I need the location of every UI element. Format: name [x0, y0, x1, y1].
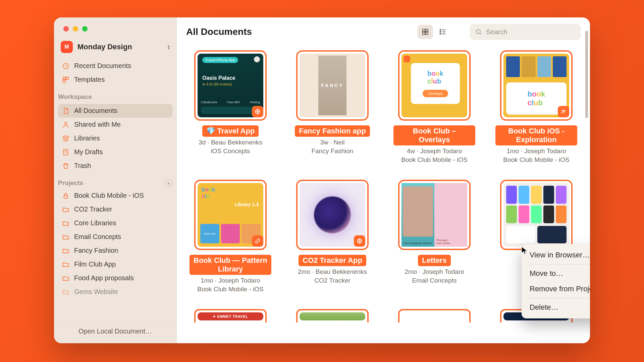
document-thumbnail[interactable] [296, 180, 369, 250]
document-card[interactable]: Travel iPhone App Oasis Palace ★ 4.41 (5… [190, 50, 271, 164]
svg-rect-7 [423, 29, 425, 32]
svg-rect-9 [423, 32, 425, 35]
sidebar-item-libraries[interactable]: Libraries [58, 131, 172, 145]
thumb-version: Library 1.3 [235, 202, 259, 207]
sidebar-item-label: All Documents [74, 107, 117, 115]
document-title: Letters [418, 255, 450, 266]
document-thumbnail[interactable]: Free Diving into Silence PhotograFua Lam… [398, 180, 471, 250]
document-title: CO2 Tracker App [299, 255, 366, 266]
close-icon [254, 56, 260, 62]
window-controls [54, 17, 176, 32]
sidebar-project-food-app[interactable]: Food App proposals [58, 271, 172, 285]
grid-row: bookclub Library 1.3 SEA LIFE Book Club … [190, 180, 577, 293]
grid-row: Travel iPhone App Oasis Palace ★ 4.41 (5… [190, 50, 577, 164]
menu-separator [527, 264, 590, 264]
document-thumbnail[interactable] [500, 180, 573, 250]
document-icon [62, 107, 69, 115]
svg-rect-2 [66, 77, 68, 79]
document-card[interactable]: bookclub Library 1.3 SEA LIFE Book Club … [190, 180, 271, 293]
sidebar-project-core-libraries[interactable]: Core Libraries [58, 216, 172, 230]
document-card[interactable]: Free Diving into Silence PhotograFua Lam… [393, 180, 475, 293]
document-project: Fancy Fashion [312, 147, 354, 155]
document-thumbnail[interactable]: bookclub [500, 50, 573, 121]
document-meta: 2mo · Beau Bekkenenks [298, 268, 367, 276]
document-card[interactable]: bookclub Book Club iOS - Exploration 1mo… [495, 50, 577, 164]
document-title: Fancy Fashion app [295, 125, 370, 137]
menu-separator [527, 298, 590, 298]
svg-rect-6 [64, 195, 68, 198]
document-thumbnail[interactable] [296, 309, 369, 322]
people-icon [558, 106, 569, 117]
scrollbar-thumb[interactable] [585, 31, 588, 118]
workspace-section-header: Workspace [54, 88, 176, 103]
sidebar-project-gems-website[interactable]: Gems Website [58, 285, 172, 299]
document-thumbnail[interactable]: Travel iPhone App Oasis Palace ★ 4.41 (5… [194, 50, 267, 121]
document-meta: 1mo · Joseph Todaro [506, 147, 566, 155]
search-input[interactable]: Search [470, 24, 581, 40]
document-title: Book Club — Pattern Library [190, 255, 271, 275]
sidebar-item-label: Shared with Me [74, 121, 121, 128]
document-title: Book Club – Overlays [393, 125, 475, 145]
context-menu-view-in-browser[interactable]: View in Browser… [522, 247, 590, 263]
document-card[interactable]: FANCY Fancy Fashion app 3w · Neil Fancy … [291, 50, 373, 164]
document-meta: 1mo · Joseph Todaro [201, 277, 260, 284]
document-thumbnail[interactable]: FANCY [296, 50, 369, 121]
projects-section-header: Projects + [54, 174, 176, 189]
topbar: All Documents Search [177, 17, 590, 46]
context-menu-delete[interactable]: Delete… [522, 300, 590, 315]
sidebar-project-co2-tracker[interactable]: CO2 Tracker [58, 202, 172, 216]
document-card[interactable]: bookclub Overlays Book Club – Overlays 4… [393, 50, 475, 164]
document-thumbnail[interactable] [398, 309, 471, 322]
svg-point-14 [476, 29, 480, 34]
lock-icon [62, 192, 69, 199]
svg-rect-1 [63, 77, 65, 79]
sidebar-item-label: Templates [74, 76, 105, 83]
grid-view-button[interactable] [418, 25, 433, 39]
chevron-up-down-icon: ▴▾ [168, 44, 170, 50]
workspace-name: Monday Design [77, 43, 163, 51]
open-local-document-button[interactable]: Open Local Document… [59, 324, 172, 339]
sidebar-project-email-concepts[interactable]: Email Concepts [58, 230, 172, 244]
document-card[interactable]: CO2 Tracker App 2mo · Beau Bekkenenks CO… [291, 180, 373, 293]
sidebar-item-recent-documents[interactable]: Recent Documents [58, 59, 172, 73]
sidebar-top-section: Recent Documents Templates [54, 58, 176, 88]
maximize-window-button[interactable] [82, 26, 88, 32]
folder-icon [62, 247, 69, 254]
close-window-button[interactable] [63, 26, 69, 32]
folder-icon [62, 206, 69, 213]
document-title: Book Club iOS - Exploration [495, 125, 577, 145]
sidebar-item-templates[interactable]: Templates [58, 73, 172, 86]
link-icon [252, 235, 263, 247]
sidebar-item-my-drafts[interactable]: My Drafts [58, 145, 172, 159]
folder-icon [62, 220, 69, 227]
sidebar-project-film-club[interactable]: Film Club App [58, 257, 172, 271]
thumb-word: FANCY [318, 56, 346, 115]
sidebar-item-trash[interactable]: Trash [58, 159, 172, 173]
sidebar-project-fancy-fashion[interactable]: Fancy Fashion [58, 244, 172, 257]
sidebar-item-shared-with-me[interactable]: Shared with Me [58, 118, 172, 131]
document-project: Email Concepts [412, 277, 457, 284]
thumb-logo: bookclub [427, 70, 443, 85]
add-project-button[interactable]: + [165, 179, 172, 187]
workspace-switcher[interactable]: M Monday Design ▴▾ [54, 32, 176, 58]
document-thumbnail[interactable]: bookclub Overlays [398, 50, 471, 121]
list-view-button[interactable] [435, 25, 450, 39]
sidebar-item-all-documents[interactable]: All Documents [58, 104, 172, 118]
svg-point-12 [440, 32, 441, 33]
svg-point-17 [564, 110, 565, 112]
document-card[interactable] [291, 309, 373, 322]
tag-icon [404, 56, 410, 62]
document-project: iOS Concepts [211, 147, 250, 155]
context-menu-move-to[interactable]: Move to… [522, 266, 590, 281]
sidebar-project-book-club[interactable]: Book Club Mobile - iOS [58, 189, 172, 202]
document-card[interactable]: ✦ EMMET TRAVEL [190, 309, 271, 322]
context-menu-remove-from-project[interactable]: Remove from Project… [522, 281, 590, 297]
minimize-window-button[interactable] [73, 26, 78, 32]
document-card[interactable] [393, 309, 475, 322]
svg-rect-10 [426, 32, 428, 35]
document-thumbnail[interactable]: bookclub Library 1.3 SEA LIFE [194, 180, 267, 250]
clock-icon [62, 62, 69, 70]
svg-point-16 [562, 110, 564, 112]
document-thumbnail[interactable]: ✦ EMMET TRAVEL [194, 309, 267, 322]
document-meta: 3w · Neil [320, 139, 345, 146]
